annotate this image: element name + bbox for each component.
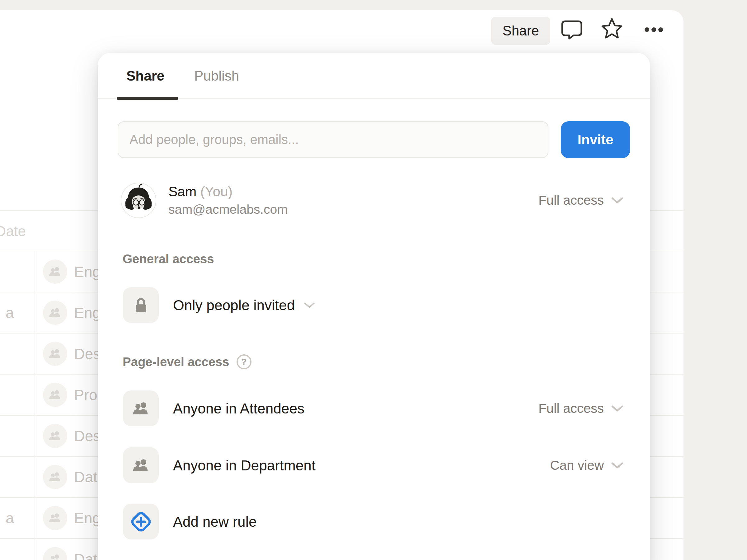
page-level-access-heading-label: Page-level access	[123, 355, 229, 369]
table-column-header-date: Date	[0, 223, 26, 240]
invite-button[interactable]: Invite	[561, 121, 630, 158]
chevron-down-icon	[611, 196, 624, 204]
people-avatar-icon	[43, 383, 67, 407]
general-access-heading: General access	[123, 252, 214, 266]
people-avatar-icon	[43, 547, 67, 560]
more-options-icon[interactable]	[644, 27, 663, 32]
ellipsis-dot	[658, 27, 663, 32]
comment-icon[interactable]	[561, 20, 583, 40]
star-icon[interactable]	[600, 18, 623, 39]
member-name: Sam(You)	[169, 184, 288, 199]
member-you-suffix: (You)	[200, 184, 232, 199]
page-rule-row-department: Anyone in Department Can view	[123, 447, 624, 483]
ellipsis-dot	[651, 27, 656, 32]
table-cell-label: Eng	[74, 510, 101, 527]
svg-text:?: ?	[241, 357, 247, 367]
people-avatar-icon	[43, 465, 67, 489]
invite-row: Invite	[118, 121, 630, 158]
help-icon[interactable]: ?	[236, 354, 252, 370]
people-avatar-icon	[43, 424, 67, 448]
chevron-down-icon	[611, 462, 624, 469]
add-rule-diamond-plus-icon	[123, 504, 159, 539]
people-avatar-icon	[43, 260, 67, 284]
member-access-dropdown[interactable]: Full access	[538, 193, 624, 208]
people-avatar-icon	[43, 506, 67, 530]
general-access-row[interactable]: Only people invited	[123, 287, 624, 323]
add-new-rule-row[interactable]: Add new rule	[123, 504, 624, 539]
tab-share-label: Share	[126, 68, 164, 84]
table-cell-label: Eng	[74, 263, 101, 280]
table-cell-fragment: a	[6, 304, 14, 321]
page-rule-row-attendees: Anyone in Attendees Full access	[123, 391, 624, 426]
tab-publish-label: Publish	[194, 68, 239, 84]
people-icon	[123, 447, 159, 483]
table-cell-label: Dat	[74, 469, 97, 486]
rule-access-label: Full access	[538, 401, 604, 416]
lock-icon	[123, 287, 159, 323]
rule-access-dropdown[interactable]: Can view	[550, 458, 624, 473]
member-info: Sam(You) sam@acmelabs.com	[169, 184, 288, 217]
tab-publish[interactable]: Publish	[194, 53, 239, 99]
table-cell-label: Eng	[74, 304, 101, 321]
invite-input[interactable]	[118, 121, 548, 158]
table-cell-label: Dat	[74, 551, 97, 560]
table-cell-label: Pro	[74, 386, 97, 403]
people-avatar-icon	[43, 342, 67, 366]
add-new-rule-label: Add new rule	[173, 513, 257, 530]
share-dialog-tabbar: Share Publish	[98, 53, 650, 99]
member-email: sam@acmelabs.com	[169, 202, 288, 217]
table-cell-label: Des	[74, 345, 101, 363]
chevron-down-icon	[304, 302, 315, 309]
table-cell-fragment: a	[6, 510, 14, 527]
people-icon	[123, 391, 159, 426]
member-row: Sam(You) sam@acmelabs.com Full access	[120, 181, 624, 220]
share-dialog: Share Publish Invite	[98, 53, 650, 560]
share-button-label: Share	[503, 23, 539, 38]
ellipsis-dot	[645, 27, 649, 32]
chevron-down-icon	[611, 405, 624, 412]
general-access-heading-label: General access	[123, 252, 214, 266]
rule-access-label: Can view	[550, 458, 604, 473]
member-access-label: Full access	[538, 193, 604, 208]
rule-label: Anyone in Attendees	[173, 400, 304, 417]
general-access-value: Only people invited	[173, 297, 295, 314]
avatar	[120, 182, 157, 219]
table-cell-label: Des	[74, 427, 101, 445]
active-tab-underline	[117, 97, 178, 100]
people-avatar-icon	[43, 300, 67, 325]
share-button[interactable]: Share	[491, 17, 550, 45]
page-level-access-heading: Page-level access ?	[123, 354, 252, 370]
member-name-text: Sam	[169, 184, 197, 199]
rule-label: Anyone in Department	[173, 457, 316, 474]
tab-share[interactable]: Share	[126, 53, 164, 99]
rule-access-dropdown[interactable]: Full access	[538, 401, 624, 416]
